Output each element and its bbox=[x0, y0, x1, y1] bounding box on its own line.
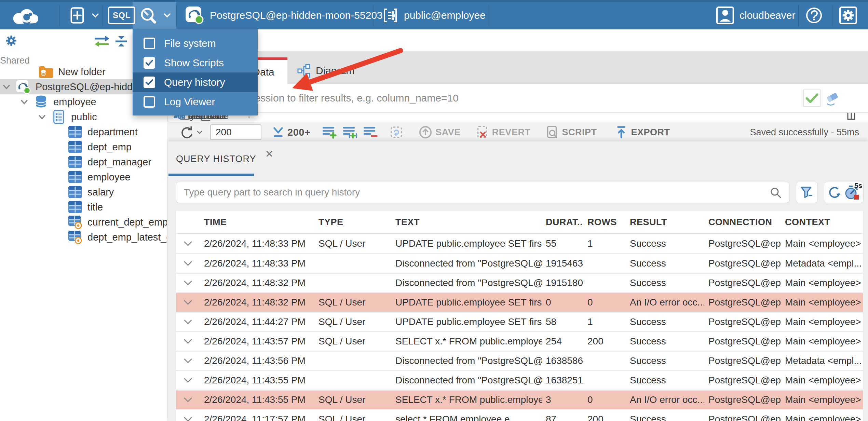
auto-apply-button[interactable] bbox=[390, 125, 403, 139]
tab-diagram[interactable]: Diagram bbox=[289, 57, 363, 84]
connection-selector[interactable]: PostgreSQL@ep-hidden-moon-55203 bbox=[185, 2, 383, 29]
table-row[interactable]: 2/26/2024, 11:17:57 PM SQL / User select… bbox=[176, 409, 863, 421]
row-expand-chevron-icon[interactable] bbox=[176, 261, 200, 266]
collapse-all-icon[interactable] bbox=[114, 35, 128, 48]
tree-item-label: employee bbox=[87, 172, 131, 183]
row-expand-chevron-icon[interactable] bbox=[176, 280, 200, 286]
query-history-search-input[interactable] bbox=[184, 184, 761, 201]
tools-menu-item[interactable]: Query history bbox=[133, 72, 258, 92]
add-row-button[interactable] bbox=[322, 125, 337, 139]
cell-text: UPDATE public.employee SET first_... bbox=[391, 316, 542, 327]
sidebar-item-table-department[interactable]: department bbox=[0, 124, 167, 139]
cell-type: SQL / User bbox=[314, 394, 391, 405]
query-history-tab[interactable]: QUERY HISTORY ✕ bbox=[176, 149, 274, 164]
tools-menu-item[interactable]: Show Scripts bbox=[133, 53, 258, 72]
checkbox[interactable] bbox=[144, 96, 155, 108]
sidebar-item-table-salary[interactable]: salary bbox=[0, 185, 167, 200]
export-button[interactable]: EXPORT bbox=[614, 125, 670, 139]
script-button[interactable]: SCRIPT bbox=[545, 125, 597, 139]
fetch-more-button[interactable]: 200+ bbox=[272, 126, 310, 138]
refresh-icon[interactable] bbox=[827, 185, 842, 200]
cell-duration: 58 bbox=[542, 316, 583, 327]
duplicate-row-button[interactable] bbox=[342, 125, 357, 139]
checkbox[interactable] bbox=[144, 77, 155, 88]
help-button[interactable] bbox=[805, 2, 823, 29]
col-text[interactable]: TEXT bbox=[391, 217, 542, 228]
cell-connection: PostgreSQL@ep-... bbox=[704, 375, 781, 386]
cell-type: SQL / User bbox=[314, 297, 391, 308]
tree-settings-gear-icon[interactable] bbox=[4, 33, 18, 48]
cell-connection: PostgreSQL@ep-... bbox=[704, 355, 781, 366]
col-result[interactable]: RESULT bbox=[626, 217, 704, 228]
delete-row-button[interactable] bbox=[363, 125, 378, 139]
new-object-button[interactable] bbox=[68, 2, 99, 29]
table-row[interactable]: 2/26/2024, 11:48:33 PM Disconnected from… bbox=[176, 253, 863, 273]
sidebar-item-table-dept-emp[interactable]: dept_emp bbox=[0, 139, 167, 154]
checkbox[interactable] bbox=[144, 57, 155, 69]
user-menu[interactable]: cloudbeaver bbox=[716, 2, 795, 29]
query-history-refresh-group: 5s bbox=[824, 182, 864, 203]
cell-time: 2/26/2024, 11:43:56 PM bbox=[200, 355, 314, 366]
settings-button[interactable] bbox=[839, 2, 857, 29]
table-row[interactable]: 2/26/2024, 11:44:27 PM SQL / User UPDATE… bbox=[176, 312, 863, 331]
col-type[interactable]: TYPE bbox=[314, 217, 391, 228]
row-expand-chevron-icon[interactable] bbox=[176, 300, 200, 305]
col-connection[interactable]: CONNECTION bbox=[704, 217, 781, 228]
cloudbeaver-logo[interactable] bbox=[9, 2, 44, 29]
chevron-down-icon[interactable] bbox=[21, 99, 28, 105]
checkbox[interactable] bbox=[144, 38, 155, 49]
table-row[interactable]: 2/26/2024, 11:48:32 PM Disconnected from… bbox=[176, 273, 863, 292]
cloudbeaver-app: SQL PostgreSQL@ep-hidden-moon-55203 bbox=[0, 0, 868, 421]
row-expand-chevron-icon[interactable] bbox=[176, 339, 200, 344]
table-row[interactable]: 2/26/2024, 11:43:56 PM Disconnected from… bbox=[176, 351, 863, 370]
revert-button[interactable]: REVERT bbox=[476, 125, 531, 139]
schema-selector[interactable]: public@employee bbox=[382, 2, 486, 29]
row-expand-chevron-icon[interactable] bbox=[176, 397, 200, 403]
row-expand-chevron-icon[interactable] bbox=[176, 378, 200, 383]
sidebar-item-table-title[interactable]: title bbox=[0, 200, 167, 215]
table-row[interactable]: 2/26/2024, 11:48:33 PM SQL / User UPDATE… bbox=[176, 234, 863, 253]
row-expand-chevron-icon[interactable] bbox=[176, 417, 200, 421]
data-filter-bar bbox=[168, 84, 868, 113]
table-row[interactable]: 2/26/2024, 11:48:32 PM SQL / User UPDATE… bbox=[176, 292, 863, 312]
cell-context: Metadata <empl... bbox=[781, 355, 863, 366]
col-context[interactable]: CONTEXT bbox=[781, 217, 863, 228]
col-time[interactable]: TIME bbox=[200, 217, 314, 228]
col-duration[interactable]: DURAT... bbox=[542, 217, 583, 228]
row-expand-chevron-icon[interactable] bbox=[176, 358, 200, 364]
sidebar-item-view-current-dept-emp[interactable]: current_dept_emp bbox=[0, 215, 167, 230]
table-row[interactable]: 2/26/2024, 11:43:55 PM Disconnected from… bbox=[176, 370, 863, 390]
new-sql-editor-button[interactable]: SQL bbox=[108, 2, 135, 29]
topbar-divider bbox=[103, 5, 103, 26]
cell-type: SQL / User bbox=[314, 414, 391, 421]
filter-expression-input[interactable] bbox=[173, 88, 795, 108]
tools-menu-item[interactable]: Log Viewer bbox=[133, 92, 258, 111]
table-row[interactable]: 2/26/2024, 11:43:55 PM SQL / User SELECT… bbox=[176, 390, 863, 409]
cell-type: SQL / User bbox=[314, 238, 391, 249]
grid-settings-icon[interactable] bbox=[846, 113, 856, 122]
save-button[interactable]: SAVE bbox=[418, 125, 461, 139]
close-icon[interactable]: ✕ bbox=[265, 149, 274, 159]
chevron-down-icon[interactable] bbox=[3, 84, 10, 90]
row-expand-chevron-icon[interactable] bbox=[176, 319, 200, 325]
auto-refresh-timer-button[interactable]: 5s bbox=[844, 184, 861, 201]
sidebar-item-view-dept-emp-latest-date[interactable]: dept_emp_latest_date bbox=[0, 230, 167, 245]
tools-menu-item[interactable]: File system bbox=[133, 33, 258, 53]
table-row[interactable]: 2/26/2024, 11:43:57 PM SQL / User SELECT… bbox=[176, 331, 863, 351]
tools-menu-button[interactable] bbox=[139, 2, 171, 29]
apply-filter-button[interactable] bbox=[803, 90, 820, 107]
query-history-filter-button[interactable] bbox=[796, 182, 818, 203]
sidebar-item-table-dept-manager[interactable]: dept_manager bbox=[0, 154, 167, 169]
cell-context: Metadata <empl... bbox=[781, 258, 863, 269]
chevron-down-icon[interactable] bbox=[38, 114, 46, 120]
table-icon bbox=[68, 200, 83, 214]
sync-selection-icon[interactable] bbox=[93, 34, 111, 49]
cell-text: SELECT x.* FROM public.employee x bbox=[391, 394, 542, 405]
sidebar-item-table-employee[interactable]: employee bbox=[0, 169, 167, 185]
row-limit-input[interactable] bbox=[210, 124, 261, 140]
topbar-divider bbox=[176, 5, 177, 26]
row-expand-chevron-icon[interactable] bbox=[176, 241, 200, 246]
col-rows[interactable]: ROWS bbox=[583, 217, 626, 228]
refresh-data-button[interactable] bbox=[179, 125, 203, 139]
eraser-icon[interactable] bbox=[825, 91, 840, 106]
